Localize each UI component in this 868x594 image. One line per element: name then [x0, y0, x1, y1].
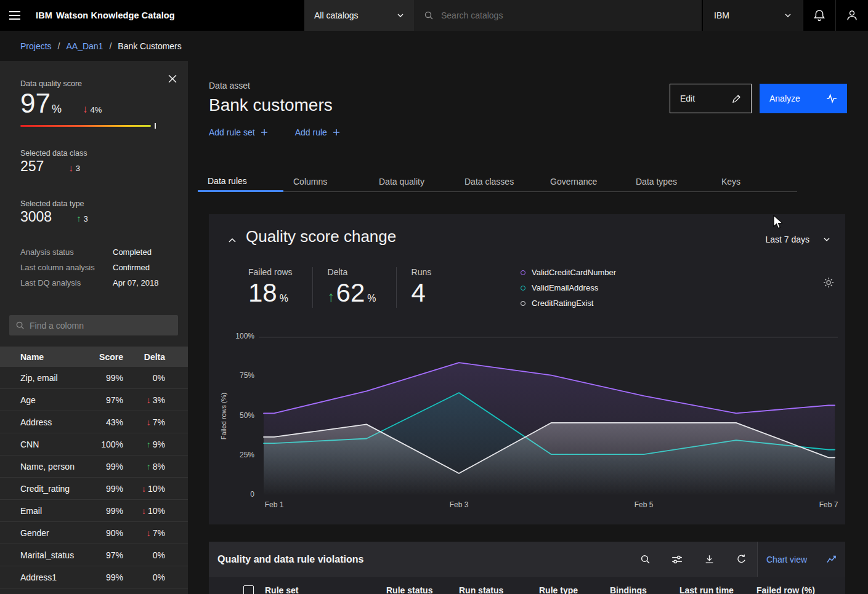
time-range-dropdown[interactable]: Last 7 days: [765, 235, 830, 244]
line-chart-icon: [827, 555, 837, 564]
tab-data-rules[interactable]: Data rules: [198, 172, 283, 192]
gear-icon: [822, 276, 835, 289]
data-type-value: 3008 ↑ 3: [20, 209, 88, 225]
column-name: Zip, email: [20, 373, 87, 383]
add-rule-link[interactable]: Add rule: [295, 127, 340, 137]
search-icon: [15, 321, 25, 330]
breadcrumb-item-bank-customers: Bank Customers: [118, 41, 181, 51]
table-row-age[interactable]: Age 97% ↓3%: [0, 389, 188, 411]
user-icon: [846, 9, 858, 22]
bell-icon: [813, 9, 825, 22]
catalog-dropdown[interactable]: All catalogs: [304, 0, 414, 31]
watson-knowledge-catalog-app: IBM Watson Knowledge Catalog All catalog…: [0, 0, 868, 594]
column-delta: 0%: [123, 373, 165, 383]
download-icon: [704, 554, 715, 564]
account-dropdown[interactable]: IBM: [703, 0, 803, 31]
column-name: Age: [20, 395, 87, 405]
table-row-credit-rating[interactable]: Credit_rating 99% ↓10%: [0, 478, 188, 500]
x-tick-label: Feb 3: [434, 500, 484, 509]
violations-refresh-button[interactable]: [725, 542, 757, 577]
header-score: Score: [87, 352, 123, 362]
plus-icon: [261, 129, 268, 136]
data-class-value: 257 ↓ 3: [20, 158, 80, 175]
column-delta: 0%: [123, 572, 165, 582]
tab-data-types[interactable]: Data types: [626, 172, 712, 192]
breadcrumb-separator: /: [58, 41, 60, 51]
analysis-status-list: Analysis status Completed Last column an…: [20, 244, 176, 291]
header-delta: Delta: [123, 352, 165, 362]
violations-search-button[interactable]: [629, 542, 661, 577]
down-arrow-icon: ↓: [147, 417, 151, 427]
chart-settings-button[interactable]: [821, 275, 837, 291]
tab-governance[interactable]: Governance: [540, 172, 626, 192]
violations-card: Quality and data rule violations Chart v…: [209, 542, 845, 594]
violations-col-rule-status[interactable]: Rule status: [386, 585, 432, 594]
column-score: 100%: [87, 439, 123, 449]
stats-row: Failed rows 18 % Delta ↑ 62 % Runs 4: [248, 267, 451, 308]
column-name: Name, person: [20, 462, 87, 472]
column-delta: ↓7%: [123, 417, 165, 427]
chart-view-toggle[interactable]: Chart view: [757, 542, 845, 577]
table-row-gender[interactable]: Gender 90% ↓7%: [0, 522, 188, 544]
violations-col-rule-set[interactable]: Rule set: [265, 585, 298, 594]
user-button[interactable]: [835, 0, 868, 31]
quality-line-chart: [259, 333, 838, 502]
violations-col-last-run-time[interactable]: Last run time: [679, 585, 734, 594]
find-column-input[interactable]: [30, 321, 178, 331]
card-title: Quality score change: [246, 227, 396, 246]
table-row-marital-status[interactable]: Marital_status 97% 0%: [0, 544, 188, 566]
collapse-button[interactable]: [225, 233, 240, 247]
column-delta: ↑9%: [123, 439, 165, 449]
violations-col-bindings[interactable]: Bindings: [610, 585, 647, 594]
legend-item-creditratingexist[interactable]: CreditRatingExist: [521, 295, 616, 311]
menu-button[interactable]: [0, 0, 30, 31]
add-rule-set-link[interactable]: Add rule set: [209, 127, 268, 137]
search-icon: [424, 10, 434, 20]
column-name: Email: [20, 506, 87, 516]
legend-item-validcreditcardnumber[interactable]: ValidCreditCardNumber: [521, 265, 616, 280]
close-icon: [168, 74, 177, 83]
tab-data-quality[interactable]: Data quality: [369, 172, 455, 192]
table-row-name-person[interactable]: Name, person 99% ↑8%: [0, 456, 188, 478]
pencil-icon: [732, 94, 741, 103]
legend-item-validemailaddress[interactable]: ValidEmailAddress: [521, 280, 616, 295]
column-score: 99%: [87, 506, 123, 516]
close-sidebar-button[interactable]: [164, 71, 180, 87]
column-table-header: Name Score Delta: [0, 347, 188, 367]
table-row-zip-email[interactable]: Zip, email 99% 0%: [0, 367, 188, 389]
tab-columns[interactable]: Columns: [283, 172, 369, 192]
violations-col-rule-type[interactable]: Rule type: [539, 585, 578, 594]
breadcrumb: Projects/AA_Dan1/Bank Customers: [0, 31, 868, 61]
column-score: 99%: [87, 462, 123, 472]
tab-data-classes[interactable]: Data classes: [455, 172, 540, 192]
quality-score-unit: %: [52, 103, 62, 116]
violations-filter-button[interactable]: [661, 542, 693, 577]
notifications-button[interactable]: [803, 0, 835, 31]
table-row-email[interactable]: Email 99% ↓10%: [0, 500, 188, 522]
edit-button[interactable]: Edit: [670, 84, 752, 113]
search-input[interactable]: [441, 0, 702, 31]
down-arrow-icon: ↓: [68, 163, 73, 173]
select-all-checkbox[interactable]: [243, 585, 254, 594]
column-score: 97%: [87, 395, 123, 405]
score-marker: [155, 123, 156, 129]
analysis-value: Completed: [113, 247, 152, 257]
chevron-down-icon: [823, 237, 830, 242]
add-links: Add rule set Add rule: [209, 127, 340, 137]
breadcrumb-item-aa-dan1[interactable]: AA_Dan1: [66, 41, 103, 51]
tab-keys[interactable]: Keys: [712, 172, 797, 192]
y-tick-label: 100%: [211, 332, 254, 340]
analyze-button[interactable]: Analyze: [760, 84, 847, 113]
violations-col-run-status[interactable]: Run status: [459, 585, 503, 594]
quality-score-gradient-bar[interactable]: [20, 125, 151, 127]
violations-download-button[interactable]: [693, 542, 725, 577]
column-table-body: Zip, email 99% 0% Age 97% ↓3% Address 43…: [0, 367, 188, 588]
column-delta: ↓10%: [123, 506, 165, 516]
table-row-address1[interactable]: Address1 99% 0%: [0, 566, 188, 588]
chevron-up-icon: [228, 238, 237, 243]
breadcrumb-item-projects[interactable]: Projects: [20, 41, 52, 51]
table-row-cnn[interactable]: CNN 100% ↑9%: [0, 433, 188, 456]
table-row-address[interactable]: Address 43% ↓7%: [0, 411, 188, 433]
quality-score-label: Data quality score: [20, 79, 82, 88]
violations-col-failed-row[interactable]: Failed row (%): [756, 585, 815, 594]
